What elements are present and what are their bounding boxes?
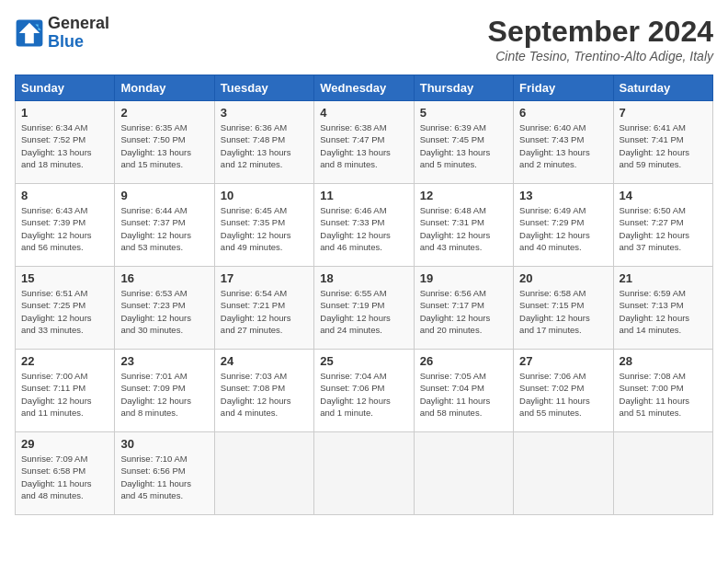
month-title: September 2024 [488, 15, 713, 49]
calendar-table: SundayMondayTuesdayWednesdayThursdayFrid… [15, 75, 713, 515]
day-number: 18 [320, 271, 407, 285]
cell-info: Sunrise: 6:36 AM Sunset: 7:48 PM Dayligh… [221, 121, 308, 170]
day-number: 6 [519, 106, 607, 120]
col-header-wednesday: Wednesday [314, 75, 414, 101]
day-number: 20 [519, 271, 607, 285]
day-number: 14 [620, 189, 707, 202]
day-number: 1 [21, 106, 108, 120]
day-number: 28 [620, 354, 707, 368]
calendar-cell: 12Sunrise: 6:48 AM Sunset: 7:31 PM Dayli… [414, 184, 513, 267]
logo: General Blue [15, 15, 109, 52]
day-number: 23 [120, 354, 208, 368]
cell-info: Sunrise: 7:01 AM Sunset: 7:09 PM Dayligh… [120, 370, 208, 419]
calendar-cell: 11Sunrise: 6:46 AM Sunset: 7:33 PM Dayli… [314, 184, 414, 267]
calendar-cell: 18Sunrise: 6:55 AM Sunset: 7:19 PM Dayli… [314, 267, 414, 350]
cell-info: Sunrise: 6:45 AM Sunset: 7:35 PM Dayligh… [221, 204, 308, 253]
calendar-cell [613, 432, 712, 515]
day-number: 10 [221, 189, 308, 202]
day-number: 9 [120, 189, 208, 202]
cell-info: Sunrise: 6:38 AM Sunset: 7:47 PM Dayligh… [320, 121, 407, 170]
day-number: 11 [320, 189, 407, 202]
calendar-cell: 3Sunrise: 6:36 AM Sunset: 7:48 PM Daylig… [214, 101, 313, 184]
cell-info: Sunrise: 6:46 AM Sunset: 7:33 PM Dayligh… [320, 204, 407, 253]
day-number: 8 [21, 189, 108, 202]
col-header-monday: Monday [115, 75, 214, 101]
week-row-3: 15Sunrise: 6:51 AM Sunset: 7:25 PM Dayli… [16, 267, 713, 350]
calendar-cell: 7Sunrise: 6:41 AM Sunset: 7:41 PM Daylig… [613, 101, 712, 184]
logo-icon [15, 18, 44, 48]
calendar-cell: 15Sunrise: 6:51 AM Sunset: 7:25 PM Dayli… [16, 267, 115, 350]
cell-info: Sunrise: 7:00 AM Sunset: 7:11 PM Dayligh… [21, 370, 108, 419]
calendar-cell: 24Sunrise: 7:03 AM Sunset: 7:08 PM Dayli… [214, 350, 313, 432]
cell-info: Sunrise: 7:08 AM Sunset: 7:00 PM Dayligh… [620, 370, 707, 419]
cell-info: Sunrise: 6:56 AM Sunset: 7:17 PM Dayligh… [420, 287, 507, 336]
cell-info: Sunrise: 6:41 AM Sunset: 7:41 PM Dayligh… [620, 121, 707, 170]
cell-info: Sunrise: 6:40 AM Sunset: 7:43 PM Dayligh… [519, 121, 607, 170]
day-number: 4 [320, 106, 407, 120]
day-number: 2 [120, 106, 208, 120]
col-header-saturday: Saturday [613, 75, 712, 101]
day-number: 22 [21, 354, 108, 368]
cell-info: Sunrise: 7:05 AM Sunset: 7:04 PM Dayligh… [420, 370, 507, 419]
day-number: 17 [221, 271, 308, 285]
col-header-thursday: Thursday [414, 75, 513, 101]
calendar-cell: 2Sunrise: 6:35 AM Sunset: 7:50 PM Daylig… [115, 101, 214, 184]
calendar-cell: 19Sunrise: 6:56 AM Sunset: 7:17 PM Dayli… [414, 267, 513, 350]
calendar-cell: 20Sunrise: 6:58 AM Sunset: 7:15 PM Dayli… [514, 267, 613, 350]
cell-info: Sunrise: 6:49 AM Sunset: 7:29 PM Dayligh… [519, 204, 607, 253]
cell-info: Sunrise: 7:10 AM Sunset: 6:56 PM Dayligh… [120, 453, 208, 501]
title-block: September 2024 Cinte Tesino, Trentino-Al… [488, 15, 713, 63]
page-header: General Blue September 2024 Cinte Tesino… [15, 15, 713, 63]
cell-info: Sunrise: 6:58 AM Sunset: 7:15 PM Dayligh… [519, 287, 607, 336]
cell-info: Sunrise: 7:09 AM Sunset: 6:58 PM Dayligh… [21, 453, 108, 501]
week-row-1: 1Sunrise: 6:34 AM Sunset: 7:52 PM Daylig… [16, 101, 713, 184]
day-number: 30 [120, 437, 208, 451]
calendar-cell: 25Sunrise: 7:04 AM Sunset: 7:06 PM Dayli… [314, 350, 414, 432]
day-number: 21 [620, 271, 707, 285]
cell-info: Sunrise: 6:43 AM Sunset: 7:39 PM Dayligh… [21, 204, 108, 253]
location: Cinte Tesino, Trentino-Alto Adige, Italy [488, 49, 713, 63]
cell-info: Sunrise: 6:54 AM Sunset: 7:21 PM Dayligh… [221, 287, 308, 336]
day-number: 12 [420, 189, 507, 202]
col-header-friday: Friday [514, 75, 613, 101]
col-header-tuesday: Tuesday [214, 75, 313, 101]
calendar-cell: 30Sunrise: 7:10 AM Sunset: 6:56 PM Dayli… [115, 432, 214, 515]
cell-info: Sunrise: 7:06 AM Sunset: 7:02 PM Dayligh… [519, 370, 607, 419]
calendar-cell: 10Sunrise: 6:45 AM Sunset: 7:35 PM Dayli… [214, 184, 313, 267]
day-number: 29 [21, 437, 108, 451]
calendar-cell: 16Sunrise: 6:53 AM Sunset: 7:23 PM Dayli… [115, 267, 214, 350]
calendar-cell: 13Sunrise: 6:49 AM Sunset: 7:29 PM Dayli… [514, 184, 613, 267]
calendar-cell: 28Sunrise: 7:08 AM Sunset: 7:00 PM Dayli… [613, 350, 712, 432]
calendar-cell: 21Sunrise: 6:59 AM Sunset: 7:13 PM Dayli… [613, 267, 712, 350]
cell-info: Sunrise: 6:35 AM Sunset: 7:50 PM Dayligh… [120, 121, 208, 170]
cell-info: Sunrise: 6:44 AM Sunset: 7:37 PM Dayligh… [120, 204, 208, 253]
day-number: 26 [420, 354, 507, 368]
cell-info: Sunrise: 7:04 AM Sunset: 7:06 PM Dayligh… [320, 370, 407, 419]
cell-info: Sunrise: 7:03 AM Sunset: 7:08 PM Dayligh… [221, 370, 308, 419]
calendar-cell: 6Sunrise: 6:40 AM Sunset: 7:43 PM Daylig… [514, 101, 613, 184]
day-number: 7 [620, 106, 707, 120]
logo-line2: Blue [48, 33, 109, 52]
day-number: 27 [519, 354, 607, 368]
calendar-cell [514, 432, 613, 515]
day-number: 16 [120, 271, 208, 285]
calendar-cell: 23Sunrise: 7:01 AM Sunset: 7:09 PM Dayli… [115, 350, 214, 432]
week-row-4: 22Sunrise: 7:00 AM Sunset: 7:11 PM Dayli… [16, 350, 713, 432]
cell-info: Sunrise: 6:55 AM Sunset: 7:19 PM Dayligh… [320, 287, 407, 336]
calendar-cell: 8Sunrise: 6:43 AM Sunset: 7:39 PM Daylig… [16, 184, 115, 267]
cell-info: Sunrise: 6:51 AM Sunset: 7:25 PM Dayligh… [21, 287, 108, 336]
calendar-cell [214, 432, 313, 515]
calendar-cell: 14Sunrise: 6:50 AM Sunset: 7:27 PM Dayli… [613, 184, 712, 267]
col-header-sunday: Sunday [16, 75, 115, 101]
week-row-2: 8Sunrise: 6:43 AM Sunset: 7:39 PM Daylig… [16, 184, 713, 267]
calendar-cell: 17Sunrise: 6:54 AM Sunset: 7:21 PM Dayli… [214, 267, 313, 350]
header-row: SundayMondayTuesdayWednesdayThursdayFrid… [16, 75, 713, 101]
day-number: 3 [221, 106, 308, 120]
day-number: 19 [420, 271, 507, 285]
calendar-cell: 27Sunrise: 7:06 AM Sunset: 7:02 PM Dayli… [514, 350, 613, 432]
cell-info: Sunrise: 6:34 AM Sunset: 7:52 PM Dayligh… [21, 121, 108, 170]
cell-info: Sunrise: 6:48 AM Sunset: 7:31 PM Dayligh… [420, 204, 507, 253]
cell-info: Sunrise: 6:59 AM Sunset: 7:13 PM Dayligh… [620, 287, 707, 336]
day-number: 25 [320, 354, 407, 368]
calendar-cell: 4Sunrise: 6:38 AM Sunset: 7:47 PM Daylig… [314, 101, 414, 184]
